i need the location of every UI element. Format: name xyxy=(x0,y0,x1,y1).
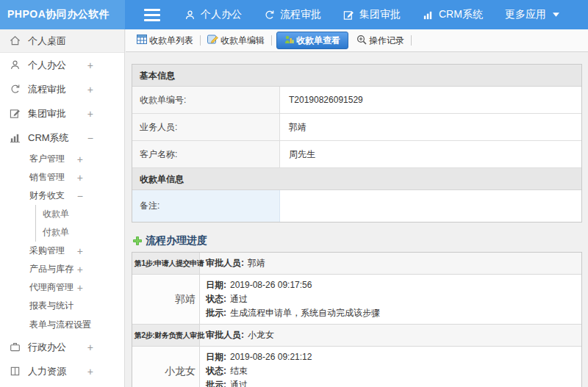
top-nav: 个人办公 流程审批 集团审批 CRM系统 更多应用 xyxy=(173,0,570,29)
date-value: 2019-08-26 09:21:12 xyxy=(230,352,312,362)
topnav-label: 更多应用 xyxy=(505,8,546,21)
sidebar-item-label: 产品与库存 xyxy=(29,263,74,275)
sidebar-item-label: CRM系统 xyxy=(28,131,69,145)
sidebar-item-form-flow-settings[interactable]: 表单与流程设置 + xyxy=(0,315,124,335)
detail-date-line: 日期:2019-08-26 09:17:56 xyxy=(206,278,576,292)
tab-bar: 收款单列表 收款单编辑 收款单查看 操作记录 xyxy=(126,29,588,52)
topnav-label: 流程审批 xyxy=(280,8,321,21)
sidebar-item-reports[interactable]: 报表与统计 xyxy=(0,297,124,315)
briefcase-icon xyxy=(9,341,21,353)
sidebar-item-crm[interactable]: CRM系统 − xyxy=(0,126,124,150)
tab-label: 收款单查看 xyxy=(296,35,340,47)
topnav-more-apps[interactable]: 更多应用 xyxy=(494,0,570,29)
expand-icon[interactable]: + xyxy=(87,342,93,352)
comment-label: 批示: xyxy=(206,380,226,387)
approver-name: 郭靖 xyxy=(132,275,200,324)
expand-icon[interactable]: + xyxy=(77,173,83,183)
topnav-label: 个人办公 xyxy=(201,8,242,21)
sidebar-item-label: 付款单 xyxy=(43,226,69,239)
menu-toggle-icon[interactable] xyxy=(144,0,160,29)
chart-icon xyxy=(423,10,434,21)
expand-icon[interactable]: + xyxy=(77,283,83,293)
field-value: T20190826091529 xyxy=(280,87,581,113)
flow-icon xyxy=(9,84,21,95)
sidebar-item-admin-office[interactable]: 行政办公 + xyxy=(0,335,124,359)
zoom-plus-icon xyxy=(356,35,367,47)
topnav-crm[interactable]: CRM系统 xyxy=(412,0,494,29)
sidebar: 个人桌面 个人办公 + 流程审批 + 集团审批 + CRM系统 − 客户管理 +… xyxy=(0,29,125,387)
form-row-sales-person: 业务人员: 郭靖 xyxy=(132,114,581,141)
sidebar-item-process-approval[interactable]: 流程审批 + xyxy=(0,77,124,101)
top-bar: PHPOA协同办公软件 个人办公 流程审批 集团审批 CRM系统 更多应用 xyxy=(0,0,588,29)
tab-receipt-view[interactable]: 收款单查看 xyxy=(276,32,348,49)
sidebar-item-hr[interactable]: 人力资源 + xyxy=(0,359,124,383)
detail-status-line: 状态:通过 xyxy=(206,292,576,306)
expand-icon[interactable]: + xyxy=(77,320,83,330)
sidebar-item-label: 流程审批 xyxy=(28,83,66,96)
tab-label: 操作记录 xyxy=(369,35,404,47)
main-area: 收款单列表 收款单编辑 收款单查看 操作记录 基本信息 收款单编号: T2019… xyxy=(126,29,588,387)
step-title: 第2步:财务负责人审批 xyxy=(132,325,200,346)
status-value: 通过 xyxy=(230,294,248,304)
sidebar-item-receipt[interactable]: 收款单 xyxy=(0,205,124,223)
sidebar-item-personal-desktop[interactable]: 个人桌面 xyxy=(0,29,124,53)
expand-icon[interactable]: + xyxy=(87,366,93,377)
expand-icon[interactable]: + xyxy=(77,246,83,256)
expand-icon[interactable]: + xyxy=(87,60,93,70)
date-value: 2019-08-26 09:17:56 xyxy=(230,280,312,290)
expand-icon[interactable]: + xyxy=(87,84,93,95)
tab-receipt-edit[interactable]: 收款单编辑 xyxy=(202,32,270,49)
section-header-receipt-info: 收款单信息 xyxy=(132,168,581,190)
sidebar-item-finance[interactable]: 财务收支 − xyxy=(0,187,124,205)
topnav-personal-office[interactable]: 个人办公 xyxy=(173,0,253,29)
expand-icon[interactable]: + xyxy=(87,109,93,119)
process-step-detail: 小龙女 日期:2019-08-26 09:21:12 状态:结束 批示:通过 xyxy=(132,347,581,387)
user-icon xyxy=(184,10,196,21)
field-label: 收款单编号: xyxy=(132,87,280,113)
status-value: 结束 xyxy=(230,366,248,376)
comment-label: 批示: xyxy=(206,308,226,318)
collapse-icon[interactable]: − xyxy=(87,133,93,143)
expand-icon[interactable]: + xyxy=(77,154,83,164)
date-label: 日期: xyxy=(206,352,226,362)
approver-label: 审批人员: xyxy=(206,257,244,270)
step-detail-lines: 日期:2019-08-26 09:21:12 状态:结束 批示:通过 xyxy=(200,347,581,387)
tab-receipt-list[interactable]: 收款单列表 xyxy=(132,32,198,49)
caret-down-icon xyxy=(553,12,559,17)
topnav-label: 集团审批 xyxy=(359,8,401,21)
status-label: 状态: xyxy=(206,294,226,304)
book-icon xyxy=(9,366,21,377)
sidebar-item-label: 个人桌面 xyxy=(28,35,66,48)
sidebar-item-agent-mgmt[interactable]: 代理商管理 + xyxy=(0,278,124,297)
sidebar-item-payment[interactable]: 付款单 xyxy=(0,223,124,242)
date-label: 日期: xyxy=(206,280,226,290)
sidebar-item-product-inventory[interactable]: 产品与库存 + xyxy=(0,260,124,278)
flow-icon xyxy=(264,10,275,21)
tab-label: 收款单列表 xyxy=(149,35,193,47)
approver-value: 小龙女 xyxy=(248,329,274,341)
form-row-receipt-number: 收款单编号: T20190826091529 xyxy=(132,87,581,114)
detail-status-line: 状态:结束 xyxy=(206,364,576,378)
content-area: 基本信息 收款单编号: T20190826091529 业务人员: 郭靖 客户名… xyxy=(126,52,588,387)
sidebar-item-label: 财务收支 xyxy=(29,189,65,202)
field-label: 业务人员: xyxy=(132,114,280,140)
expand-icon[interactable]: + xyxy=(77,264,83,275)
topnav-group-approval[interactable]: 集团审批 xyxy=(332,0,412,29)
sidebar-item-group-approval[interactable]: 集团审批 + xyxy=(0,101,124,126)
topnav-process-approval[interactable]: 流程审批 xyxy=(253,0,332,29)
sidebar-item-label: 人力资源 xyxy=(28,365,66,378)
tab-operation-log[interactable]: 操作记录 xyxy=(351,32,409,49)
tab-separator xyxy=(411,35,412,46)
chart-icon xyxy=(9,132,21,144)
step-approver: 审批人员: 小龙女 xyxy=(200,325,274,346)
sidebar-item-customer-mgmt[interactable]: 客户管理 + xyxy=(0,150,124,168)
process-step-header: 第2步:财务负责人审批 审批人员: 小龙女 xyxy=(132,325,581,347)
sidebar-item-sales-mgmt[interactable]: 销售管理 + xyxy=(0,168,124,187)
sidebar-item-personal-office[interactable]: 个人办公 + xyxy=(0,53,124,77)
collapse-icon[interactable]: − xyxy=(77,191,83,201)
detail-comment-line: 批示:生成流程申请单，系统自动完成该步骤 xyxy=(206,306,576,320)
field-value: 周先生 xyxy=(280,141,581,167)
sidebar-item-purchase-mgmt[interactable]: 采购管理 + xyxy=(0,242,124,260)
field-value: 郭靖 xyxy=(280,114,581,140)
tab-separator xyxy=(271,35,272,46)
